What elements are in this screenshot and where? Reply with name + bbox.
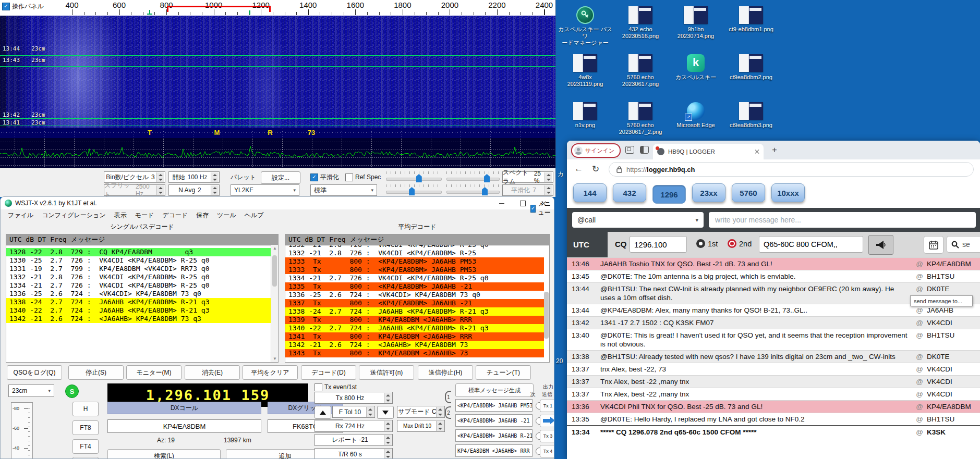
scrollbar[interactable]: ▲ ▼ [271, 245, 278, 362]
menu-item[interactable]: ファイル [4, 210, 38, 221]
message-tab[interactable]: 2 [445, 406, 451, 419]
decode-row[interactable]: 1342 -21 2.6 724 : <JA6AHB> KP4/EA8DBM 7… [6, 315, 271, 323]
chat-callsign[interactable]: KP4/EA8DBM [927, 259, 980, 268]
calendar-button[interactable] [924, 236, 943, 254]
decode-row[interactable]: 1333 Tx 800 : <KP4/EA8DBM> JA6AHB PM53 [285, 266, 544, 274]
mode-button-msk[interactable]: MSK [72, 457, 99, 459]
tx-message-field[interactable]: <KP4/EA8DBM> JA6AHB -21 [455, 414, 533, 427]
dx-call-field[interactable]: KP4/EA8DBM [107, 419, 261, 433]
desktop-icon[interactable]: k ↗ 9h1bn 20230714.png [668, 4, 723, 52]
action-button[interactable]: 消去(E) [185, 365, 240, 380]
minimize-button[interactable] [491, 197, 512, 209]
palette-settings-button[interactable]: 設定... [261, 171, 300, 184]
vertical-tabs-icon[interactable] [640, 146, 649, 154]
message-tab[interactable]: 1 [445, 391, 451, 403]
decode-row[interactable]: 1334 -21 2.7 726 : VK4CDI <KP4/EA8DBM> R… [285, 274, 544, 282]
tx-select-button[interactable]: Tx 1 [540, 400, 554, 412]
gain-slider[interactable] [386, 171, 441, 183]
spinner[interactable] [384, 435, 392, 445]
ftol-spinbox[interactable]: F Tol 10 [332, 406, 375, 418]
spinner[interactable] [384, 449, 392, 459]
desktop-icon[interactable]: k ↗ 5760 echo 20230617.png [613, 52, 668, 100]
chat-callsign[interactable]: BH1TSU [927, 415, 980, 424]
decode-row[interactable]: 1332 -21 2.8 726 : VK4CDI <KP4/EA8DBM> R… [285, 245, 544, 249]
decode-row[interactable]: 1338 -24 2.7 724 : JA6AHB <KP4/EA8DBM> R… [6, 298, 271, 306]
tx-to-rx-button[interactable] [314, 406, 331, 419]
band-button[interactable]: 5760 [732, 183, 765, 202]
decode-row[interactable]: 1342 -21 2.6 724 : <JA6AHB> KP4/EA8DBM 7… [285, 341, 544, 349]
band-button[interactable]: 144 [573, 183, 607, 202]
average-decode-list[interactable]: 1332 -21 2.8 726 : VK4CDI <KP4/EA8DBM> R… [285, 245, 544, 363]
cq-frequency-input[interactable] [630, 236, 687, 253]
tx-select-button[interactable]: Tx 4 [540, 445, 554, 457]
chat-callsign[interactable]: JA6AHB [927, 306, 980, 315]
scroll-down-icon[interactable]: ▼ [273, 356, 277, 361]
chat-callsign[interactable]: K3SK [927, 428, 980, 437]
action-button[interactable]: 送信停止(H) [418, 365, 473, 380]
rx-frequency-marker[interactable] [147, 10, 152, 15]
scrollbar[interactable] [542, 245, 549, 362]
spinner[interactable] [211, 185, 219, 195]
spinner[interactable] [436, 421, 444, 431]
announce-button[interactable] [868, 235, 893, 255]
decode-row[interactable]: 1336 -25 2.6 724 : <VK4CDI> KP4/EA8DBM 7… [6, 290, 271, 298]
spinner[interactable] [545, 172, 552, 182]
mode-button-h[interactable]: H [72, 402, 99, 416]
desktop-icon[interactable]: k ↗ カスペルスキー [668, 52, 723, 100]
tx-select-button[interactable]: Tx 3 [540, 430, 554, 442]
tx-message-field[interactable]: <KP4/EA8DBM> JA6AHB R-21 [455, 429, 533, 442]
address-bar[interactable]: https:// logger.hb9q.ch [609, 162, 974, 177]
decode-row[interactable]: 1339 Tx 800 : KP4/EA8DBM <JA6AHB> RRR [285, 316, 544, 324]
generate-messages-button[interactable]: 標準メッセージ生成 [455, 383, 534, 397]
chat-callsign[interactable]: BH1TSU [927, 272, 980, 281]
menu-item[interactable]: 保存 [192, 210, 213, 221]
cq-message-input[interactable] [759, 236, 863, 253]
desktop-icon[interactable]: k ↗ 4w8x 20231119.png [558, 52, 613, 100]
decode-row[interactable]: 1330 -25 2.7 726 : VK4CDI <KP4/EA8DBM> R… [6, 256, 271, 265]
menu-item[interactable]: ヘルプ [240, 210, 268, 221]
waterfall-display[interactable]: 13:4423cm 13:4323cm 13:4223cm 13:4123cm [0, 16, 555, 128]
search-box[interactable]: se [947, 236, 980, 253]
decode-row[interactable]: 1328 -22 2.8 729 : CQ KP4/EA8DBM q3 [6, 248, 271, 256]
spec-zero-slider[interactable] [446, 184, 499, 196]
single-decode-list[interactable]: 1328 -22 2.8 729 : CQ KP4/EA8DBM q31330 … [6, 245, 271, 365]
decode-row[interactable]: 1332 -21 2.8 726 : VK4CDI <KP4/EA8DBM> R… [6, 273, 271, 281]
scroll-up-icon[interactable]: ▲ [273, 246, 277, 251]
call-select[interactable]: @call▾ [572, 212, 704, 228]
action-button[interactable]: QSOをログ(Q) [7, 365, 62, 380]
menu-item[interactable]: コンフィグレーション [38, 210, 110, 221]
monitor-status-button[interactable]: S [65, 384, 79, 398]
flatten-select[interactable]: 標準▾ [310, 184, 377, 196]
scrollbar-thumb[interactable] [272, 255, 277, 287]
max-drift-spinbox[interactable]: Max Drift 10 [397, 420, 445, 432]
zero-slider[interactable] [446, 171, 499, 183]
lookup-button[interactable]: 検索(L) [107, 449, 221, 459]
submode-spinbox[interactable]: サブモード C [397, 406, 445, 418]
palette-select[interactable]: YL2KF▾ [231, 184, 299, 196]
desktop-icon[interactable]: k ↗ カスペルスキー パスワ ードマネージャー [558, 4, 613, 52]
action-button[interactable]: デコード(D) [301, 365, 356, 380]
tx-message-field[interactable]: <KP4/EA8DBM> JA6AHB PM53 [455, 399, 533, 412]
start-freq-spinbox[interactable]: 開始100 Hz [168, 171, 220, 183]
decode-row[interactable]: 1340 -22 2.7 724 : JA6AHB <KP4/EA8DBM> R… [285, 324, 544, 332]
chat-callsign[interactable]: VK4CDI [927, 377, 980, 386]
menu-item[interactable]: ツール [213, 210, 240, 221]
back-icon[interactable]: ← [574, 164, 583, 174]
tab-close-icon[interactable] [754, 149, 759, 154]
rx-to-tx-button[interactable] [377, 406, 394, 419]
action-button[interactable]: チューン(T) [476, 365, 531, 380]
decode-row[interactable]: 1341 Tx 800 : KP4/EA8DBM <JA6AHB> RRR [285, 332, 544, 341]
reload-icon[interactable]: ↻ [592, 164, 599, 175]
decode-row[interactable]: 1340 -22 2.7 724 : JA6AHB <KP4/EA8DBM> R… [6, 306, 271, 315]
band-button[interactable]: 23xx [692, 183, 725, 202]
menu-item[interactable]: モード [131, 210, 159, 221]
chat-callsign[interactable]: VK4CDI [927, 365, 980, 374]
desktop-icon[interactable]: k ↗ ct9ea8dbm2.png [723, 52, 779, 100]
mode-button-ft4[interactable]: FT4 [72, 439, 99, 454]
spinner[interactable] [384, 421, 392, 431]
new-tab-button[interactable]: + [770, 146, 779, 154]
first-period-radio[interactable]: 1st [696, 239, 718, 248]
decode-row[interactable]: 1332 -21 2.8 726 : VK4CDI <KP4/EA8DBM> R… [285, 249, 544, 257]
spec-gain-slider[interactable] [386, 184, 441, 196]
smooth-checkbox[interactable]: ✓ 平滑化 [310, 171, 339, 183]
